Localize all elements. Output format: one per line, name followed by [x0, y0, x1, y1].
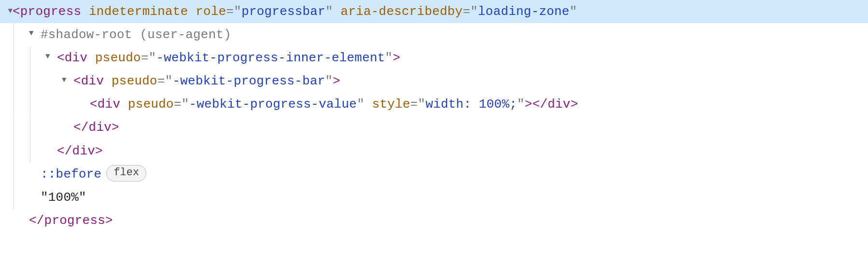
text-node-value: "100%" [41, 186, 86, 209]
shadow-root-label: #shadow-root (user-agent) [41, 23, 231, 46]
element-close-tag: </progress> [29, 209, 113, 232]
expand-toggle[interactable]: ▼ [29, 27, 41, 41]
dom-tree-close-progress[interactable]: </progress> [0, 209, 868, 232]
element-close-tag: </div> [57, 140, 103, 163]
dom-tree-pseudo-before[interactable]: ::before flex [0, 163, 868, 186]
expand-toggle[interactable]: ▼ [62, 73, 73, 88]
display-badge-flex: flex [106, 165, 146, 181]
element-open-tag: <progress indeterminate role="progressba… [13, 0, 577, 23]
element-close-tag: </div> [73, 116, 119, 139]
dom-tree-node-div-inner[interactable]: ▼ <div pseudo="-webkit-progress-inner-el… [0, 46, 868, 70]
chevron-down-icon: ▼ [45, 52, 50, 61]
element-open-tag: <div pseudo="-webkit-progress-bar"> [73, 70, 340, 93]
chevron-down-icon: ▼ [8, 7, 13, 15]
chevron-down-icon: ▼ [29, 29, 34, 38]
expand-toggle[interactable]: ▼ [45, 50, 57, 64]
dom-tree-shadow-root[interactable]: ▼ #shadow-root (user-agent) [0, 23, 868, 46]
chevron-down-icon: ▼ [62, 76, 67, 84]
dom-tree-close-div-inner[interactable]: </div> [0, 140, 868, 163]
element-open-tag: <div pseudo="-webkit-progress-inner-elem… [57, 46, 400, 70]
expand-toggle[interactable]: ▼ [0, 8, 13, 15]
pseudo-element-label: ::before [41, 163, 101, 186]
dom-tree-node-div-bar[interactable]: ▼ <div pseudo="-webkit-progress-bar"> [0, 70, 868, 93]
element-self-contained: <div pseudo="-webkit-progress-value" sty… [90, 93, 578, 116]
dom-tree-text-node[interactable]: "100%" [0, 186, 868, 209]
dom-tree-close-div-bar[interactable]: </div> [0, 116, 868, 139]
dom-tree-node-progress[interactable]: ▼ <progress indeterminate role="progress… [0, 0, 868, 23]
dom-tree-node-div-value[interactable]: <div pseudo="-webkit-progress-value" sty… [0, 93, 868, 116]
